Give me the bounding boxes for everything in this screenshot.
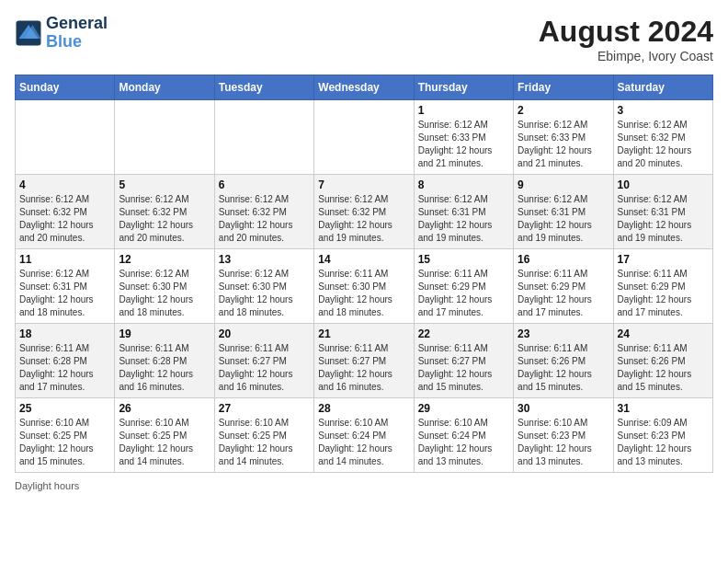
calendar-cell: 14Sunrise: 6:11 AM Sunset: 6:30 PM Dayli… xyxy=(314,249,414,324)
day-number: 27 xyxy=(219,402,310,415)
logo-line2: Blue xyxy=(46,33,108,52)
calendar-header: SundayMondayTuesdayWednesdayThursdayFrid… xyxy=(16,75,713,100)
day-info: Sunrise: 6:11 AM Sunset: 6:27 PM Dayligh… xyxy=(219,342,310,394)
day-number: 19 xyxy=(119,327,210,340)
day-info: Sunrise: 6:11 AM Sunset: 6:27 PM Dayligh… xyxy=(318,342,409,394)
calendar-table: SundayMondayTuesdayWednesdayThursdayFrid… xyxy=(15,75,713,473)
day-info: Sunrise: 6:12 AM Sunset: 6:31 PM Dayligh… xyxy=(618,193,709,245)
calendar-cell: 1Sunrise: 6:12 AM Sunset: 6:33 PM Daylig… xyxy=(414,100,513,175)
calendar-cell: 24Sunrise: 6:11 AM Sunset: 6:26 PM Dayli… xyxy=(613,324,712,398)
logo: General Blue xyxy=(15,15,108,52)
calendar-week-row: 25Sunrise: 6:10 AM Sunset: 6:25 PM Dayli… xyxy=(16,398,713,473)
daylight-label: Daylight hours xyxy=(15,480,79,491)
day-number: 7 xyxy=(318,178,409,191)
day-info: Sunrise: 6:12 AM Sunset: 6:31 PM Dayligh… xyxy=(518,193,609,245)
day-info: Sunrise: 6:11 AM Sunset: 6:28 PM Dayligh… xyxy=(19,342,110,394)
footer: Daylight hours xyxy=(15,480,713,491)
calendar-body: 1Sunrise: 6:12 AM Sunset: 6:33 PM Daylig… xyxy=(16,100,713,473)
calendar-cell xyxy=(115,100,214,175)
day-info: Sunrise: 6:11 AM Sunset: 6:28 PM Dayligh… xyxy=(119,342,210,394)
calendar-cell: 20Sunrise: 6:11 AM Sunset: 6:27 PM Dayli… xyxy=(214,324,313,398)
day-info: Sunrise: 6:10 AM Sunset: 6:24 PM Dayligh… xyxy=(318,417,409,468)
day-info: Sunrise: 6:09 AM Sunset: 6:23 PM Dayligh… xyxy=(618,417,709,468)
day-number: 3 xyxy=(618,104,709,117)
weekday-header: Wednesday xyxy=(314,75,414,100)
location: Ebimpe, Ivory Coast xyxy=(539,49,713,63)
day-info: Sunrise: 6:10 AM Sunset: 6:25 PM Dayligh… xyxy=(119,417,210,468)
day-info: Sunrise: 6:12 AM Sunset: 6:32 PM Dayligh… xyxy=(219,193,310,245)
calendar-cell: 3Sunrise: 6:12 AM Sunset: 6:32 PM Daylig… xyxy=(613,100,712,175)
day-info: Sunrise: 6:11 AM Sunset: 6:30 PM Dayligh… xyxy=(318,268,409,319)
day-number: 10 xyxy=(618,178,709,191)
calendar-week-row: 4Sunrise: 6:12 AM Sunset: 6:32 PM Daylig… xyxy=(16,175,713,249)
calendar-cell: 27Sunrise: 6:10 AM Sunset: 6:25 PM Dayli… xyxy=(214,398,313,473)
calendar-cell: 31Sunrise: 6:09 AM Sunset: 6:23 PM Dayli… xyxy=(613,398,712,473)
calendar-cell: 22Sunrise: 6:11 AM Sunset: 6:27 PM Dayli… xyxy=(414,324,513,398)
day-number: 2 xyxy=(518,104,609,117)
day-info: Sunrise: 6:11 AM Sunset: 6:29 PM Dayligh… xyxy=(418,268,509,319)
day-info: Sunrise: 6:11 AM Sunset: 6:29 PM Dayligh… xyxy=(618,268,709,319)
day-info: Sunrise: 6:11 AM Sunset: 6:29 PM Dayligh… xyxy=(518,268,609,319)
day-info: Sunrise: 6:12 AM Sunset: 6:30 PM Dayligh… xyxy=(219,268,310,319)
calendar-cell xyxy=(314,100,414,175)
day-info: Sunrise: 6:10 AM Sunset: 6:25 PM Dayligh… xyxy=(19,417,110,468)
calendar-cell: 25Sunrise: 6:10 AM Sunset: 6:25 PM Dayli… xyxy=(16,398,115,473)
month-year: August 2024 xyxy=(539,15,713,49)
day-number: 25 xyxy=(19,402,110,415)
day-info: Sunrise: 6:10 AM Sunset: 6:24 PM Dayligh… xyxy=(418,417,509,468)
calendar-cell: 26Sunrise: 6:10 AM Sunset: 6:25 PM Dayli… xyxy=(115,398,214,473)
calendar-cell: 5Sunrise: 6:12 AM Sunset: 6:32 PM Daylig… xyxy=(115,175,214,249)
calendar-cell: 18Sunrise: 6:11 AM Sunset: 6:28 PM Dayli… xyxy=(16,324,115,398)
day-number: 12 xyxy=(119,253,210,266)
calendar-cell: 23Sunrise: 6:11 AM Sunset: 6:26 PM Dayli… xyxy=(514,324,613,398)
weekday-header: Saturday xyxy=(613,75,712,100)
day-number: 15 xyxy=(418,253,509,266)
calendar-cell: 30Sunrise: 6:10 AM Sunset: 6:23 PM Dayli… xyxy=(514,398,613,473)
day-number: 24 xyxy=(618,327,709,340)
day-info: Sunrise: 6:11 AM Sunset: 6:26 PM Dayligh… xyxy=(518,342,609,394)
calendar-cell: 4Sunrise: 6:12 AM Sunset: 6:32 PM Daylig… xyxy=(16,175,115,249)
calendar-cell: 8Sunrise: 6:12 AM Sunset: 6:31 PM Daylig… xyxy=(414,175,513,249)
day-info: Sunrise: 6:12 AM Sunset: 6:30 PM Dayligh… xyxy=(119,268,210,319)
day-number: 9 xyxy=(518,178,609,191)
day-info: Sunrise: 6:12 AM Sunset: 6:31 PM Dayligh… xyxy=(418,193,509,245)
day-number: 30 xyxy=(518,402,609,415)
day-number: 5 xyxy=(119,178,210,191)
page-header: General Blue August 2024 Ebimpe, Ivory C… xyxy=(15,15,713,63)
day-info: Sunrise: 6:10 AM Sunset: 6:23 PM Dayligh… xyxy=(518,417,609,468)
weekday-row: SundayMondayTuesdayWednesdayThursdayFrid… xyxy=(16,75,713,100)
calendar-week-row: 11Sunrise: 6:12 AM Sunset: 6:31 PM Dayli… xyxy=(16,249,713,324)
day-info: Sunrise: 6:12 AM Sunset: 6:33 PM Dayligh… xyxy=(418,119,509,170)
weekday-header: Friday xyxy=(514,75,613,100)
calendar-cell xyxy=(214,100,313,175)
day-number: 29 xyxy=(418,402,509,415)
day-info: Sunrise: 6:12 AM Sunset: 6:32 PM Dayligh… xyxy=(318,193,409,245)
calendar-cell xyxy=(16,100,115,175)
calendar-cell: 15Sunrise: 6:11 AM Sunset: 6:29 PM Dayli… xyxy=(414,249,513,324)
day-info: Sunrise: 6:12 AM Sunset: 6:32 PM Dayligh… xyxy=(618,119,709,170)
day-number: 13 xyxy=(219,253,310,266)
weekday-header: Thursday xyxy=(414,75,513,100)
day-info: Sunrise: 6:11 AM Sunset: 6:27 PM Dayligh… xyxy=(418,342,509,394)
logo-icon xyxy=(15,19,42,47)
calendar-cell: 16Sunrise: 6:11 AM Sunset: 6:29 PM Dayli… xyxy=(514,249,613,324)
calendar-cell: 12Sunrise: 6:12 AM Sunset: 6:30 PM Dayli… xyxy=(115,249,214,324)
calendar-cell: 7Sunrise: 6:12 AM Sunset: 6:32 PM Daylig… xyxy=(314,175,414,249)
weekday-header: Monday xyxy=(115,75,214,100)
calendar-cell: 21Sunrise: 6:11 AM Sunset: 6:27 PM Dayli… xyxy=(314,324,414,398)
day-info: Sunrise: 6:10 AM Sunset: 6:25 PM Dayligh… xyxy=(219,417,310,468)
logo-text: General Blue xyxy=(46,15,108,52)
day-info: Sunrise: 6:12 AM Sunset: 6:33 PM Dayligh… xyxy=(518,119,609,170)
day-number: 8 xyxy=(418,178,509,191)
day-number: 23 xyxy=(518,327,609,340)
day-number: 17 xyxy=(618,253,709,266)
logo-line1: General xyxy=(46,15,108,33)
day-number: 20 xyxy=(219,327,310,340)
weekday-header: Tuesday xyxy=(214,75,313,100)
calendar-week-row: 1Sunrise: 6:12 AM Sunset: 6:33 PM Daylig… xyxy=(16,100,713,175)
calendar-cell: 17Sunrise: 6:11 AM Sunset: 6:29 PM Dayli… xyxy=(613,249,712,324)
day-number: 28 xyxy=(318,402,409,415)
day-info: Sunrise: 6:11 AM Sunset: 6:26 PM Dayligh… xyxy=(618,342,709,394)
calendar-cell: 13Sunrise: 6:12 AM Sunset: 6:30 PM Dayli… xyxy=(214,249,313,324)
calendar-cell: 9Sunrise: 6:12 AM Sunset: 6:31 PM Daylig… xyxy=(514,175,613,249)
